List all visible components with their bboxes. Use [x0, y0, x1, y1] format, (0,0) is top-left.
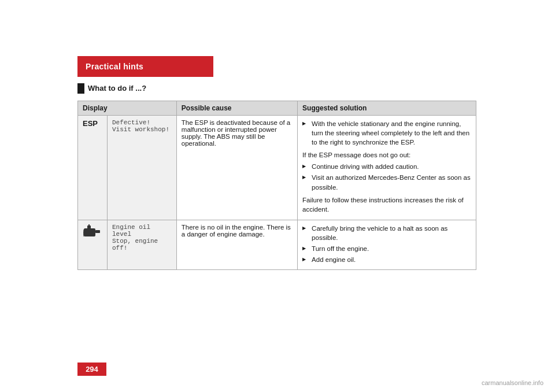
monospace-text-oil: Engine oil levelStop, engine off! [112, 224, 158, 252]
page-container: Practical hints What to do if ...? Displ… [0, 0, 555, 392]
bullet-item: Continue driving with added caution. [302, 162, 471, 171]
subsection-bar [77, 83, 84, 94]
col-header-display: Display [78, 101, 177, 116]
bullet-item: Add engine oil. [302, 255, 471, 264]
svg-rect-3 [88, 224, 90, 226]
svg-rect-1 [95, 230, 100, 233]
if-text: If the ESP message does not go out: [302, 150, 471, 160]
table-row: Engine oil levelStop, engine off! There … [78, 220, 476, 269]
bullet-item: With the vehicle stationary and the engi… [302, 119, 471, 147]
bullet-item: Carefully bring the vehicle to a halt as… [302, 224, 471, 242]
solution-cell-oil: Carefully bring the vehicle to a halt as… [298, 220, 476, 269]
monospace-cell-oil: Engine oil levelStop, engine off! [108, 220, 177, 269]
table-row: ESP Defective!Visit workshop! The ESP is… [78, 116, 476, 220]
subsection-title: What to do if ...? [88, 83, 146, 94]
page-number: 294 [77, 363, 106, 376]
col-header-cause: Possible cause [176, 101, 297, 116]
solution-bullet-list: With the vehicle stationary and the engi… [302, 119, 471, 147]
monospace-cell: Defective!Visit workshop! [108, 116, 177, 220]
bullet-item: Visit an authorized Mercedes-Benz Center… [302, 173, 471, 191]
cause-text-oil: There is no oil in the engine. There is … [182, 224, 291, 238]
solution-extra-bullet-list: Continue driving with added caution. Vis… [302, 162, 471, 191]
bullet-item: Turn off the engine. [302, 244, 471, 253]
solution-bullet-list-oil: Carefully bring the vehicle to a halt as… [302, 224, 471, 264]
cause-text: The ESP is deactivated because of a malf… [182, 119, 290, 147]
col-header-solution: Suggested solution [298, 101, 476, 116]
display-label: ESP [83, 119, 98, 128]
oil-can-icon [83, 224, 102, 239]
cause-cell-oil: There is no oil in the engine. There is … [176, 220, 297, 269]
section-header-title: Practical hints [86, 62, 143, 71]
main-table: Display Possible cause Suggested solutio… [77, 101, 476, 270]
solution-footer-text: Failure to follow these instructions inc… [302, 195, 471, 214]
monospace-text: Defective!Visit workshop! [112, 119, 169, 133]
cause-cell: The ESP is deactivated because of a malf… [176, 116, 297, 220]
display-label-cell: ESP [78, 116, 108, 220]
display-icon-cell [78, 220, 108, 269]
solution-cell: With the vehicle stationary and the engi… [298, 116, 476, 220]
watermark: carmanualsonline.info [482, 379, 543, 386]
svg-rect-0 [84, 228, 95, 236]
section-header: Practical hints [77, 56, 213, 77]
